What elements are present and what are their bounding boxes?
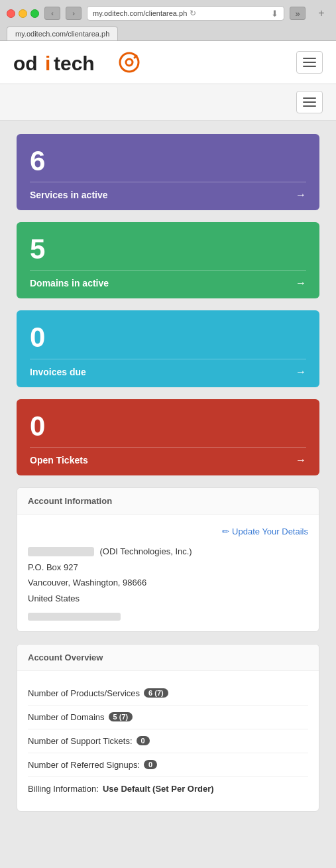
secondary-navbar <box>0 84 336 121</box>
services-count: 6 <box>30 146 306 176</box>
referrals-label: Number of Referred Signups: <box>28 760 140 770</box>
billing-label: Billing Information: <box>28 784 99 794</box>
tickets-badge-count: 0 <box>137 736 150 745</box>
products-badge-count: 6 (7) <box>144 688 168 698</box>
update-details-link-container: ✏ Update Your Details <box>28 525 308 537</box>
account-overview-body: Number of Products/Services 6 (7) Number… <box>17 671 319 811</box>
account-blurred-bar <box>28 613 121 621</box>
invoices-footer: Invoices due → <box>30 359 306 378</box>
account-address: P.O. Box 927 Vancouver, Washington, 9866… <box>28 560 308 606</box>
billing-value: Use Default (Set Per Order) <box>103 784 214 794</box>
update-details-link[interactable]: ✏ Update Your Details <box>222 527 308 536</box>
services-footer: Services in active → <box>30 182 306 201</box>
close-button[interactable] <box>7 9 15 18</box>
svg-text:tech: tech <box>54 52 95 74</box>
secondary-menu-button[interactable] <box>296 91 323 113</box>
account-overview-card: Account Overview Number of Products/Serv… <box>17 644 319 812</box>
services-label: Services in active <box>30 190 108 200</box>
svg-text:i: i <box>45 52 50 74</box>
browser-chrome: ‹ › my.oditech.com/clientarea.ph ↻ ⬇ » +… <box>0 0 336 41</box>
tickets-card[interactable]: 0 Open Tickets → <box>17 399 319 475</box>
domains-arrow-icon: → <box>296 277 306 289</box>
hamburger-line <box>303 105 316 107</box>
main-menu-button[interactable] <box>296 51 323 74</box>
more-button[interactable]: » <box>290 7 306 20</box>
hamburger-line <box>303 101 316 103</box>
overview-billing: Billing Information: Use Default (Set Pe… <box>28 777 308 800</box>
address-line2: Vancouver, Washington, 98666 <box>28 575 308 590</box>
products-label: Number of Products/Services <box>28 688 140 698</box>
domains-badge-count: 5 (7) <box>109 712 133 721</box>
address-line1: P.O. Box 927 <box>28 560 308 575</box>
traffic-lights <box>7 9 39 18</box>
account-overview-header: Account Overview <box>17 645 319 671</box>
download-icon[interactable]: ⬇ <box>271 9 278 19</box>
tickets-arrow-icon: → <box>296 454 306 466</box>
domains-overview-label: Number of Domains <box>28 712 105 722</box>
overview-domains: Number of Domains 5 (7) <box>28 706 308 729</box>
url-bar[interactable]: my.oditech.com/clientarea.ph ↻ ⬇ <box>87 6 284 21</box>
forward-button[interactable]: › <box>66 7 82 20</box>
hamburger-line <box>303 97 316 99</box>
svg-point-4 <box>126 59 133 66</box>
overview-referrals: Number of Referred Signups: 0 <box>28 753 308 777</box>
services-arrow-icon: → <box>296 189 306 201</box>
account-name-row: (ODI Technologies, Inc.) <box>28 545 308 557</box>
hamburger-line <box>303 58 316 59</box>
svg-text:od: od <box>13 52 38 74</box>
invoices-count: 0 <box>30 322 306 353</box>
overview-products: Number of Products/Services 6 (7) <box>28 682 308 706</box>
domains-label: Domains in active <box>30 278 109 288</box>
services-card[interactable]: 6 Services in active → <box>17 134 319 210</box>
tickets-count: 0 <box>30 411 306 442</box>
main-navbar: od i tech <box>0 41 336 84</box>
minimize-button[interactable] <box>19 9 27 18</box>
overview-tickets: Number of Support Tickets: 0 <box>28 729 308 753</box>
new-tab-button[interactable]: + <box>313 5 329 21</box>
back-button[interactable]: ‹ <box>44 7 60 20</box>
logo[interactable]: od i tech <box>13 49 146 76</box>
domains-footer: Domains in active → <box>30 270 306 289</box>
invoices-arrow-icon: → <box>296 366 306 378</box>
invoices-label: Invoices due <box>30 367 86 377</box>
account-info-card: Account Information ✏ Update Your Detail… <box>17 487 319 632</box>
domains-count: 5 <box>30 234 306 265</box>
hamburger-line <box>303 66 316 67</box>
maximize-button[interactable] <box>30 9 39 18</box>
pencil-icon: ✏ <box>222 527 229 536</box>
logo-svg: od i tech <box>13 49 146 76</box>
address-line3: United States <box>28 591 308 606</box>
account-info-title: Account Information <box>28 496 112 506</box>
tickets-overview-label: Number of Support Tickets: <box>28 736 133 746</box>
update-details-text: Update Your Details <box>232 527 308 536</box>
main-content: 6 Services in active → 5 Domains in acti… <box>0 121 336 837</box>
domains-card[interactable]: 5 Domains in active → <box>17 222 319 298</box>
browser-tab[interactable]: my.oditech.com/clientarea.ph <box>7 27 118 40</box>
account-name-blurred <box>28 547 94 556</box>
account-overview-title: Account Overview <box>28 652 103 662</box>
tickets-footer: Open Tickets → <box>30 447 306 466</box>
hamburger-line <box>303 62 316 63</box>
tab-label: my.oditech.com/clientarea.ph <box>15 30 109 38</box>
referrals-badge-count: 0 <box>144 760 157 769</box>
tickets-label: Open Tickets <box>30 455 88 465</box>
account-info-header: Account Information <box>17 488 319 515</box>
url-text: my.oditech.com/clientarea.ph <box>93 9 187 17</box>
account-company: (ODI Technologies, Inc.) <box>99 546 192 556</box>
refresh-icon[interactable]: ↻ <box>190 9 196 18</box>
account-info-body: ✏ Update Your Details (ODI Technologies,… <box>17 515 319 631</box>
invoices-card[interactable]: 0 Invoices due → <box>17 310 319 387</box>
